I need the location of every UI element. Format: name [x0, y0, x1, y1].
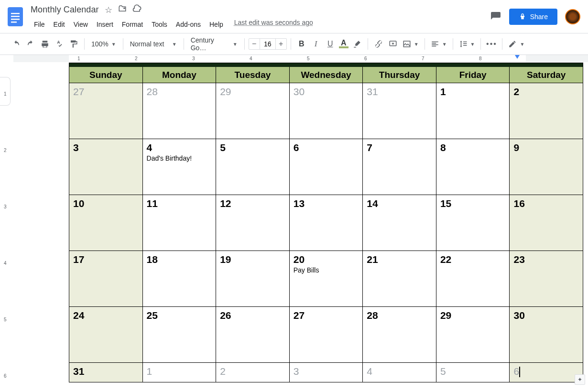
paint-format-button[interactable] [67, 37, 80, 51]
calendar-cell[interactable]: 24 [69, 307, 143, 363]
insert-link-button[interactable] [372, 37, 385, 51]
calendar-date: 25 [147, 310, 212, 321]
calendar-cell[interactable]: 8 [436, 139, 510, 195]
calendar-cell[interactable]: 27 [290, 307, 363, 363]
print-button[interactable] [38, 37, 52, 51]
calendar-cell[interactable]: 22 [436, 251, 510, 307]
font-size-decrease[interactable]: − [249, 39, 260, 49]
cloud-status-icon[interactable] [132, 4, 142, 16]
calendar-cell[interactable]: 1 [436, 83, 510, 139]
line-spacing-button[interactable]: ▼ [457, 39, 477, 49]
indent-marker-icon[interactable] [515, 55, 520, 59]
menu-view[interactable]: View [70, 19, 91, 30]
more-button[interactable]: ••• [485, 37, 498, 51]
calendar-cell[interactable]: 15 [436, 195, 510, 251]
calendar-cell[interactable]: 29 [436, 307, 510, 363]
calendar-cell[interactable]: 3 [290, 363, 363, 382]
text-color-button[interactable]: A [338, 37, 349, 51]
calendar-cell[interactable]: 28 [143, 83, 217, 139]
move-icon[interactable] [118, 4, 127, 15]
calendar-cell[interactable]: 31 [363, 83, 436, 139]
calendar-cell[interactable]: 2 [216, 363, 290, 382]
document-canvas[interactable]: SundayMondayTuesdayWednesdayThursdayFrid… [13, 63, 588, 388]
calendar-cell[interactable]: 4 [363, 363, 436, 382]
account-avatar[interactable] [565, 9, 580, 24]
font-size-stepper[interactable]: − 16 + [249, 38, 287, 50]
calendar-cell[interactable]: 25 [143, 307, 217, 363]
calendar-cell[interactable]: 6 [510, 363, 583, 382]
calendar-cell[interactable]: 2 [510, 83, 583, 139]
calendar-cell[interactable]: 11 [143, 195, 217, 251]
menu-tools[interactable]: Tools [148, 19, 171, 30]
highlight-button[interactable] [350, 37, 364, 51]
calendar-cell[interactable]: 13 [290, 195, 363, 251]
calendar-day-header: Monday [143, 67, 217, 83]
vertical-ruler[interactable]: 123456 [0, 63, 13, 388]
paragraph-style-select[interactable]: Normal text▼ [127, 38, 180, 50]
menu-edit[interactable]: Edit [50, 19, 68, 30]
ruler-tick: 1 [4, 91, 7, 97]
calendar-cell[interactable]: 19 [216, 251, 290, 307]
calendar-cell[interactable]: 18 [143, 251, 217, 307]
calendar-date: 9 [513, 142, 579, 153]
redo-button[interactable] [24, 37, 37, 51]
ruler-tick: 2 [135, 56, 138, 61]
share-button[interactable]: Share [509, 9, 557, 25]
calendar-cell[interactable]: 3 [69, 139, 143, 195]
spellcheck-button[interactable] [53, 37, 66, 51]
calendar-cell[interactable]: 26 [216, 307, 290, 363]
ruler-tick: 4 [4, 261, 7, 266]
calendar-cell[interactable]: 17 [69, 251, 143, 307]
menu-format[interactable]: Format [119, 19, 146, 30]
align-button[interactable]: ▼ [429, 39, 449, 49]
calendar-date: 18 [147, 254, 212, 265]
menu-help[interactable]: Help [206, 19, 227, 30]
calendar-cell[interactable]: 1 [143, 363, 217, 382]
font-size-value[interactable]: 16 [260, 39, 276, 49]
undo-button[interactable] [10, 37, 23, 51]
bold-button[interactable]: B [295, 37, 308, 51]
calendar-cell[interactable]: 12 [216, 195, 290, 251]
calendar-cell[interactable]: 10 [69, 195, 143, 251]
calendar-cell[interactable]: 16 [510, 195, 583, 251]
calendar-cell[interactable]: 31 [69, 363, 143, 382]
calendar-date: 27 [73, 86, 139, 98]
insert-comment-button[interactable] [386, 37, 400, 51]
calendar-cell[interactable]: 5 [216, 139, 290, 195]
calendar-cell[interactable]: 30 [290, 83, 363, 139]
font-family-select[interactable]: Century Go…▼ [188, 34, 240, 54]
calendar-cell[interactable]: 29 [216, 83, 290, 139]
calendar-cell[interactable]: 30 [510, 307, 583, 363]
explore-button[interactable]: ✦ [575, 374, 585, 385]
menu-file[interactable]: File [31, 19, 48, 30]
calendar-cell[interactable]: 28 [363, 307, 436, 363]
calendar-cell[interactable]: 23 [510, 251, 583, 307]
menu-insert[interactable]: Insert [93, 19, 117, 30]
calendar-cell[interactable]: 9 [510, 139, 583, 195]
insert-image-button[interactable]: ▼ [401, 39, 421, 49]
document-title[interactable]: Monthly Calendar [31, 5, 99, 15]
calendar-date: 15 [440, 198, 506, 209]
calendar-cell[interactable]: 6 [290, 139, 363, 195]
calendar-cell[interactable]: 5 [436, 363, 510, 382]
calendar-cell[interactable]: 7 [363, 139, 436, 195]
calendar-cell[interactable]: 20Pay Bills [290, 251, 363, 307]
star-icon[interactable]: ☆ [105, 5, 112, 15]
editing-mode-button[interactable]: ▼ [506, 39, 526, 49]
font-size-increase[interactable]: + [276, 39, 286, 49]
ruler-tick: 6 [4, 373, 7, 379]
underline-button[interactable]: U [324, 37, 337, 51]
italic-button[interactable]: I [309, 37, 323, 51]
menu-addons[interactable]: Add-ons [173, 19, 204, 30]
calendar-table[interactable]: SundayMondayTuesdayWednesdayThursdayFrid… [69, 63, 583, 382]
zoom-select[interactable]: 100%▼ [88, 38, 119, 50]
calendar-cell[interactable]: 4Dad's Birthday! [143, 139, 217, 195]
ruler-tick: 2 [4, 148, 7, 153]
comments-icon[interactable] [490, 11, 501, 22]
calendar-cell[interactable]: 14 [363, 195, 436, 251]
horizontal-ruler[interactable]: 12345678 [0, 55, 588, 63]
last-edit-link[interactable]: Last edit was seconds ago [234, 19, 313, 30]
calendar-cell[interactable]: 21 [363, 251, 436, 307]
calendar-cell[interactable]: 27 [69, 83, 143, 139]
docs-logo-icon[interactable] [6, 4, 25, 30]
